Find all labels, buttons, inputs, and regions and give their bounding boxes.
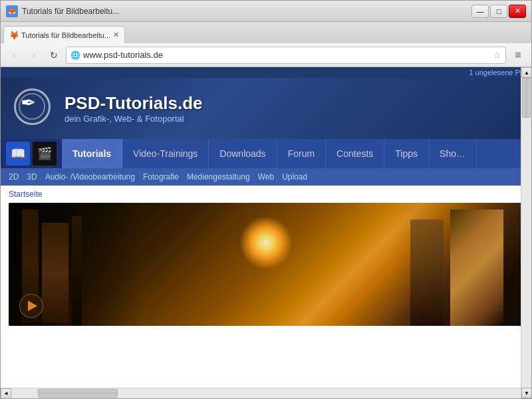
browser-toolbar: ‹ › ↻ 🌐 ☆ ≡ xyxy=(1,43,531,67)
hero-play-button[interactable] xyxy=(19,294,43,318)
city-building-3 xyxy=(72,216,82,326)
notification-bar: 1 ungelesene PM xyxy=(1,67,531,78)
sub-nav: 2D 3D Audio- /Videobearbeitung Fotografi… xyxy=(1,168,531,186)
main-content: 1 ungelesene PM ✒ PSD-Tutorials.de dein … xyxy=(1,67,531,398)
nav-item-contests[interactable]: Contests xyxy=(326,139,384,168)
subnav-item-3d[interactable]: 3D xyxy=(27,171,37,183)
bookmark-star-icon[interactable]: ☆ xyxy=(493,50,501,61)
scroll-left-button[interactable]: ◄ xyxy=(1,388,11,399)
scrollbar-h-thumb[interactable] xyxy=(38,389,118,398)
minimize-button[interactable]: — xyxy=(471,5,489,18)
title-bar: 🦊 Tutorials für Bildbearbeitu... — □ ✕ xyxy=(1,1,531,22)
city-building-right xyxy=(450,209,503,326)
logo-pen-icon: ✒ xyxy=(21,92,36,114)
maximize-button[interactable]: □ xyxy=(490,5,507,18)
sun-glow xyxy=(239,216,293,269)
tab-label: Tutorials für Bildbearbeitu... xyxy=(21,31,110,39)
content-area: 1 ungelesene PM ✒ PSD-Tutorials.de dein … xyxy=(1,67,531,398)
scrollbar-track xyxy=(521,78,531,388)
nav-item-downloads[interactable]: Downloads xyxy=(209,139,277,168)
scroll-down-button[interactable]: ▼ xyxy=(521,388,531,398)
scrollbar-thumb[interactable] xyxy=(522,78,531,118)
browser-icon: 🦊 xyxy=(6,5,18,17)
subnav-item-2d[interactable]: 2D xyxy=(9,171,19,183)
hero-image xyxy=(9,203,523,326)
nav-item-forum[interactable]: Forum xyxy=(277,139,326,168)
site-title: PSD-Tutorials.de xyxy=(65,93,203,114)
play-arrow-icon xyxy=(28,301,37,311)
subnav-item-web[interactable]: Web xyxy=(258,171,274,183)
breadcrumb-startseite[interactable]: Startseite xyxy=(9,190,43,199)
nav-icon-book: 📖 xyxy=(6,142,30,166)
nav-item-shop[interactable]: Sho… xyxy=(429,139,477,168)
site-logo: ✒ xyxy=(14,88,54,128)
horizontal-scrollbar: ◄ ► xyxy=(1,388,531,398)
window-title: Tutorials für Bildbearbeitu... xyxy=(22,7,471,16)
site-header: ✒ PSD-Tutorials.de dein Grafik-, Web- & … xyxy=(1,78,531,139)
browser-content: 1 ungelesene PM ✒ PSD-Tutorials.de dein … xyxy=(1,67,531,398)
subnav-item-upload[interactable]: Upload xyxy=(282,171,307,183)
site-nav: 📖 🎬 Tutorials Video-Trainings Downloads xyxy=(1,139,531,168)
forward-button[interactable]: › xyxy=(26,47,42,63)
browser-tab[interactable]: 🦊 Tutorials für Bildbearbeitu... ✕ xyxy=(3,26,125,43)
back-button[interactable]: ‹ xyxy=(6,47,22,63)
breadcrumb-bar: Startseite xyxy=(1,186,531,203)
scroll-up-button[interactable]: ▲ xyxy=(521,67,531,78)
city-building-2 xyxy=(42,223,68,323)
notification-text: 1 ungelesene PM xyxy=(469,68,526,76)
hero-container xyxy=(1,203,531,388)
nav-item-video-trainings[interactable]: Video-Trainings xyxy=(122,139,209,168)
city-building-mid xyxy=(410,219,444,326)
nav-icon-area: 📖 🎬 xyxy=(1,139,62,168)
nav-icon-film: 🎬 xyxy=(33,142,57,166)
tab-close-button[interactable]: ✕ xyxy=(113,31,119,39)
address-input[interactable] xyxy=(83,50,490,60)
subnav-item-audio-video[interactable]: Audio- /Videobearbeitung xyxy=(45,171,135,183)
site-subtitle: dein Grafik-, Web- & Fotoportal xyxy=(65,114,203,124)
address-favicon: 🌐 xyxy=(70,51,80,60)
vertical-scrollbar: ▲ ▼ xyxy=(521,67,531,398)
nav-items: Tutorials Video-Trainings Downloads Foru… xyxy=(62,139,477,168)
subnav-item-mediengestaltung[interactable]: Mediengestaltung xyxy=(187,171,250,183)
address-bar-container: 🌐 ☆ xyxy=(66,47,506,64)
scrollbar-h-track xyxy=(11,388,521,398)
window-controls: — □ ✕ xyxy=(471,5,526,18)
subnav-item-fotografie[interactable]: Fotografie xyxy=(143,171,179,183)
site-title-area: PSD-Tutorials.de dein Grafik-, Web- & Fo… xyxy=(65,93,203,124)
nav-item-tipps[interactable]: Tipps xyxy=(384,139,429,168)
tab-bar: 🦊 Tutorials für Bildbearbeitu... ✕ xyxy=(1,22,531,43)
refresh-button[interactable]: ↻ xyxy=(46,47,62,63)
close-button[interactable]: ✕ xyxy=(509,5,526,18)
tab-favicon: 🦊 xyxy=(9,31,19,40)
window-frame: 🦊 Tutorials für Bildbearbeitu... — □ ✕ 🦊… xyxy=(0,0,532,399)
nav-item-tutorials[interactable]: Tutorials xyxy=(62,139,122,168)
browser-menu-button[interactable]: ≡ xyxy=(510,47,526,63)
